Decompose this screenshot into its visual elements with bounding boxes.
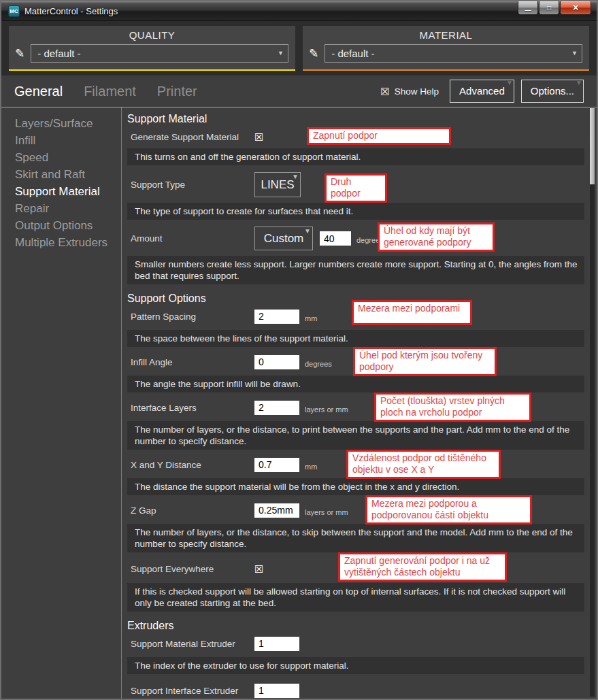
amount-input[interactable]	[320, 231, 351, 246]
scrollbar-thumb[interactable]	[590, 108, 595, 184]
setting-label: Support Type	[127, 180, 254, 190]
material-header: MATERIAL	[303, 26, 589, 41]
setting-help-text: The type of support to create for surfac…	[127, 203, 584, 220]
support-type-dropdown[interactable]: LINES ▼	[254, 172, 301, 197]
setting-help-text: This turns on and off the generation of …	[127, 148, 584, 165]
setting-help-text: The number of layers, or the distance, t…	[127, 524, 584, 552]
material-accent-line	[303, 69, 589, 71]
setting-label: Amount	[127, 233, 254, 244]
chevron-down-icon: ▼	[304, 228, 311, 235]
options-button[interactable]: Options... ▼	[521, 80, 584, 103]
setting-label: X and Y Distance	[127, 460, 254, 470]
edit-pencil-icon[interactable]: ✎	[15, 48, 24, 59]
quality-accent-line	[9, 69, 295, 71]
setting-row-support-interface-extruder: Support Interface Extruder	[127, 683, 584, 698]
material-preset-dropdown[interactable]: - default - ▼	[325, 44, 582, 63]
chevron-down-icon: ▼	[292, 173, 299, 180]
maximize-icon: □	[547, 4, 551, 12]
annotation-box: Druh podpor	[325, 173, 387, 203]
annotation-box: Zapnutí generování podpor i na už vytišt…	[338, 552, 507, 582]
chevron-down-icon: ▼	[571, 50, 578, 56]
setting-row-z-gap: Z Gap layers or mm Mezera mezi podporou …	[127, 503, 584, 518]
setting-label: Support Material Extruder	[127, 639, 254, 649]
sidebar-item-repair[interactable]: Repair	[15, 200, 121, 217]
minimize-button[interactable]: —	[518, 1, 538, 15]
setting-help-text: The index of the extruder to use for sup…	[127, 657, 584, 674]
z-gap-input[interactable]	[254, 503, 299, 518]
setting-row-interface-layers: Interface Layers layers or mm Počet (tlo…	[127, 400, 584, 415]
infill-angle-input[interactable]	[254, 355, 299, 369]
amount-mode-dropdown[interactable]: Custom ▼	[254, 227, 313, 250]
titlebar[interactable]: MC MatterControl - Settings — □ ×	[1, 1, 597, 21]
setting-help-text: The distance the support material will b…	[127, 478, 584, 495]
unit-label: degrees	[305, 356, 332, 368]
setting-help-text: Smaller numbers create less support. Lar…	[127, 256, 584, 284]
unit-label: mm	[305, 459, 317, 471]
chevron-down-icon: ▼	[576, 80, 582, 86]
material-panel: MATERIAL ✎ - default - ▼	[303, 26, 589, 71]
sidebar-item-output-options[interactable]: Output Options	[15, 217, 121, 234]
setting-help-text: The angle the support infill will be dra…	[127, 376, 584, 393]
window-title: MatterControl - Settings	[24, 6, 118, 16]
setting-row-generate-support: Generate Support Material ☒ Zapnutí podp…	[127, 129, 584, 144]
show-help-label: Show Help	[395, 86, 439, 97]
setting-label: Support Interface Extruder	[127, 686, 254, 696]
quality-preset-dropdown[interactable]: - default - ▼	[31, 44, 288, 63]
chevron-down-icon: ▼	[506, 80, 513, 86]
app-icon: MC	[8, 5, 20, 17]
sidebar-item-support-material[interactable]: Support Material	[15, 183, 121, 200]
annotation-box: Mezera mezi podporami	[352, 300, 472, 325]
tab-general[interactable]: General	[14, 84, 63, 99]
setting-label: Infill Angle	[127, 357, 254, 367]
settings-sidebar: Layers/Surface Infill Speed Skirt and Ra…	[1, 107, 122, 699]
show-help-checkbox[interactable]: ☒ Show Help	[380, 86, 439, 97]
pattern-spacing-input[interactable]	[254, 310, 299, 324]
tabbar: General Filament Printer ☒ Show Help Adv…	[1, 76, 597, 107]
sidebar-item-speed[interactable]: Speed	[15, 149, 121, 166]
sidebar-item-layers-surface[interactable]: Layers/Surface	[15, 115, 121, 132]
x-y-distance-input[interactable]	[254, 458, 299, 472]
interface-layers-input[interactable]	[254, 401, 299, 415]
support-material-extruder-input[interactable]	[254, 637, 299, 651]
quality-panel: QUALITY ✎ - default - ▼	[9, 26, 295, 71]
setting-help-text: If this is checked support will be allow…	[127, 583, 584, 612]
setting-label: Pattern Spacing	[127, 312, 254, 322]
checkbox-checked-icon[interactable]: ☒	[254, 564, 263, 574]
minimize-icon: —	[525, 7, 531, 14]
close-button[interactable]: ×	[560, 1, 591, 15]
section-header-extruders: Extruders	[127, 620, 584, 632]
annotation-box: Vzdálenost podpor od tištěného objektu v…	[346, 450, 501, 479]
sidebar-item-infill[interactable]: Infill	[15, 132, 121, 149]
quality-header: QUALITY	[9, 26, 295, 41]
unit-label: mm	[305, 311, 317, 322]
chevron-down-icon: ▼	[278, 50, 284, 56]
annotation-box: Úhel pod kterým jsou tvořeny podpory	[353, 347, 497, 376]
tab-filament[interactable]: Filament	[84, 84, 136, 99]
maximize-button[interactable]: □	[539, 1, 559, 15]
setting-label: Z Gap	[127, 505, 254, 516]
annotation-box: Zapnutí podpor	[307, 127, 451, 145]
annotation-box: Počet (tlouškta) vrstev plných ploch na …	[374, 393, 531, 422]
scrollbar[interactable]	[590, 107, 595, 697]
sidebar-item-multiple-extruders[interactable]: Multiple Extruders	[15, 234, 121, 251]
setting-row-infill-angle: Infill Angle degrees Úhel pod kterým jso…	[127, 354, 584, 369]
close-icon: ×	[573, 2, 578, 13]
setting-row-support-material-extruder: Support Material Extruder	[127, 636, 584, 651]
advanced-button[interactable]: Advanced ▼	[450, 80, 514, 103]
sidebar-item-skirt-and-raft[interactable]: Skirt and Raft	[15, 166, 121, 183]
setting-row-pattern-spacing: Pattern Spacing mm Mezera mezi podporami	[127, 309, 584, 324]
tab-printer[interactable]: Printer	[157, 84, 197, 99]
settings-main-panel: Support Material Generate Support Materi…	[122, 107, 597, 699]
annotation-box: Úhel od kdy mají být generované podpory	[378, 222, 495, 252]
setting-row-support-type: Support Type LINES ▼ Druh podpor	[127, 172, 584, 197]
material-preset-value: - default -	[331, 48, 374, 59]
checkbox-checked-icon: ☒	[380, 86, 389, 97]
setting-help-text: The number of layers, or the distance, t…	[127, 421, 584, 450]
support-interface-extruder-input[interactable]	[254, 684, 299, 698]
unit-label: layers or mm	[305, 505, 348, 516]
checkbox-checked-icon[interactable]: ☒	[254, 132, 263, 142]
edit-pencil-icon[interactable]: ✎	[309, 48, 318, 59]
content-area: Layers/Surface Infill Speed Skirt and Ra…	[1, 107, 597, 699]
window-controls: — □ ×	[518, 1, 591, 15]
setting-row-x-y-distance: X and Y Distance mm Vzdálenost podpor od…	[127, 457, 584, 472]
